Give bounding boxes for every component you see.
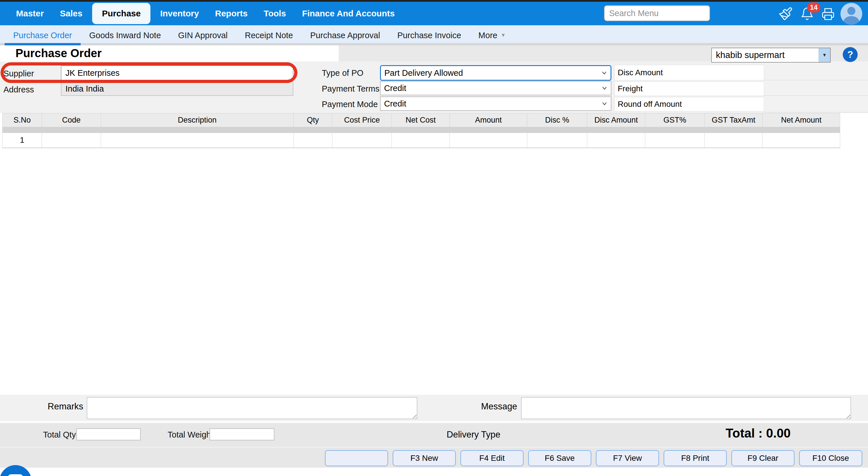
main-nav: Master Sales Purchase Inventory Reports … bbox=[0, 2, 868, 25]
print-icon[interactable] bbox=[822, 7, 835, 22]
table-row[interactable]: 1 bbox=[3, 133, 840, 148]
col-net-amount: Net Amount bbox=[763, 113, 840, 127]
nav-item-finance-and-accounts[interactable]: Finance And Accounts bbox=[294, 2, 403, 25]
store-selector-arrow-icon[interactable]: ▼ bbox=[818, 48, 830, 62]
chevron-down-icon: ▼ bbox=[501, 32, 506, 38]
table-header-row: S.No Code Description Qty Cost Price Net… bbox=[3, 113, 840, 127]
purchase-order-page: Master Sales Purchase Inventory Reports … bbox=[0, 0, 868, 476]
f10-close-button[interactable]: F10 Close bbox=[799, 450, 862, 466]
cell-amount[interactable] bbox=[450, 133, 527, 148]
notification-count-badge: 14 bbox=[807, 2, 820, 12]
grand-total-value: 0.00 bbox=[766, 426, 791, 440]
store-selector[interactable]: khabib supermart ▼ bbox=[711, 48, 831, 63]
message-textarea[interactable] bbox=[521, 397, 851, 419]
po-items-table: S.No Code Description Qty Cost Price Net… bbox=[2, 113, 840, 148]
help-icon[interactable]: ? bbox=[843, 47, 858, 62]
f3-new-button[interactable]: F3 New bbox=[393, 450, 456, 466]
theme-brush-icon[interactable] bbox=[778, 6, 793, 22]
charges-row-extension bbox=[764, 80, 868, 96]
select-chevron-icon bbox=[598, 100, 611, 108]
col-disc-amount: Disc Amount bbox=[587, 113, 645, 127]
freight-label: Freight bbox=[615, 84, 643, 93]
col-cost-price: Cost Price bbox=[332, 113, 392, 127]
tab-purchase-invoice[interactable]: Purchase Invoice bbox=[389, 25, 470, 46]
disc-amount-field[interactable]: Disc Amount bbox=[615, 65, 764, 80]
user-avatar[interactable] bbox=[840, 3, 862, 25]
blank-function-button[interactable] bbox=[325, 450, 388, 466]
message-textarea-wrap bbox=[521, 397, 851, 419]
message-label: Message bbox=[481, 401, 517, 412]
cell-net-amount[interactable] bbox=[763, 133, 840, 148]
cell-disc-amount[interactable] bbox=[587, 133, 645, 148]
f7-view-button[interactable]: F7 View bbox=[596, 450, 659, 466]
nav-item-sales[interactable]: Sales bbox=[52, 2, 90, 25]
remarks-textarea[interactable] bbox=[87, 397, 417, 419]
tab-goods-inward-note[interactable]: Goods Inward Note bbox=[81, 25, 169, 46]
f6-save-button[interactable]: F6 Save bbox=[528, 450, 591, 466]
remarks-textarea-wrap bbox=[87, 397, 417, 419]
f8-print-button[interactable]: F8 Print bbox=[663, 450, 727, 466]
avatar-head-shape bbox=[847, 7, 856, 15]
col-disc-pct: Disc % bbox=[527, 113, 587, 127]
search-menu-input[interactable] bbox=[604, 5, 710, 21]
total-qty-input[interactable] bbox=[76, 428, 141, 440]
f4-edit-button[interactable]: F4 Edit bbox=[460, 450, 524, 466]
col-code: Code bbox=[42, 113, 101, 127]
grand-total-label: Total : bbox=[725, 426, 763, 440]
cell-code[interactable] bbox=[42, 133, 101, 148]
tab-purchase-order[interactable]: Purchase Order bbox=[5, 25, 81, 46]
payment-terms-value: Credit bbox=[381, 84, 598, 93]
col-gst-pct: GST% bbox=[645, 113, 705, 127]
col-qty: Qty bbox=[293, 113, 332, 127]
payment-mode-value: Credit bbox=[381, 99, 598, 109]
charges-row-extension bbox=[764, 96, 868, 113]
col-net-cost: Net Cost bbox=[392, 113, 450, 127]
table-spacer-row bbox=[3, 127, 840, 133]
total-qty-label: Total Qty bbox=[43, 430, 76, 440]
cell-sno: 1 bbox=[3, 133, 42, 148]
freight-field[interactable]: Freight bbox=[615, 82, 764, 96]
cell-gst-taxamt[interactable] bbox=[705, 133, 763, 148]
nav-item-inventory[interactable]: Inventory bbox=[152, 2, 207, 25]
address-input[interactable] bbox=[61, 82, 293, 96]
cell-disc-pct[interactable] bbox=[527, 133, 587, 148]
total-weight-label: Total Weight bbox=[167, 430, 213, 440]
supplier-label: Supplier bbox=[3, 69, 34, 78]
select-chevron-icon bbox=[598, 84, 611, 92]
function-button-row: F3 New F4 Edit F6 Save F7 View F8 Print … bbox=[325, 450, 862, 466]
delivery-type-label: Delivery Type bbox=[446, 429, 500, 440]
payment-terms-select[interactable]: Credit bbox=[380, 81, 611, 95]
cell-qty[interactable] bbox=[293, 133, 332, 148]
cell-cost-price[interactable] bbox=[332, 133, 392, 148]
charges-row-extension bbox=[764, 61, 868, 80]
col-amount: Amount bbox=[450, 113, 527, 127]
round-off-amount-label: Round off Amount bbox=[615, 100, 682, 109]
cell-description[interactable] bbox=[101, 133, 293, 148]
type-of-po-select[interactable]: Part Delivery Allowed bbox=[380, 65, 611, 81]
payment-mode-select[interactable]: Credit bbox=[380, 96, 611, 111]
grand-total: Total : 0.00 bbox=[725, 426, 791, 440]
cell-net-cost[interactable] bbox=[392, 133, 450, 148]
f9-clear-button[interactable]: F9 Clear bbox=[732, 450, 795, 466]
tab-receipt-note[interactable]: Receipt Note bbox=[236, 25, 302, 46]
type-of-po-label: Type of PO bbox=[322, 68, 363, 78]
store-selector-value: khabib supermart bbox=[712, 50, 818, 60]
nav-item-tools[interactable]: Tools bbox=[256, 2, 294, 25]
type-of-po-value: Part Delivery Allowed bbox=[381, 68, 598, 78]
nav-item-master[interactable]: Master bbox=[8, 2, 52, 25]
total-weight-input[interactable] bbox=[210, 428, 274, 440]
tab-purchase-approval[interactable]: Purchase Approval bbox=[302, 25, 389, 46]
payment-terms-label: Payment Terms bbox=[322, 84, 379, 94]
address-label: Address bbox=[3, 85, 34, 94]
remarks-label: Remarks bbox=[48, 401, 83, 412]
nav-item-reports[interactable]: Reports bbox=[207, 2, 255, 25]
cell-gst-pct[interactable] bbox=[645, 133, 705, 148]
supplier-input[interactable] bbox=[61, 65, 293, 80]
round-off-amount-field[interactable]: Round off Amount bbox=[615, 97, 764, 111]
col-gst-taxamt: GST TaxAmt bbox=[705, 113, 763, 127]
nav-item-purchase[interactable]: Purchase bbox=[92, 3, 150, 24]
tab-more[interactable]: More ▼ bbox=[470, 25, 515, 46]
col-description: Description bbox=[101, 113, 293, 127]
chat-bubble-icon bbox=[8, 474, 23, 476]
tab-gin-approval[interactable]: GIN Approval bbox=[169, 25, 236, 46]
